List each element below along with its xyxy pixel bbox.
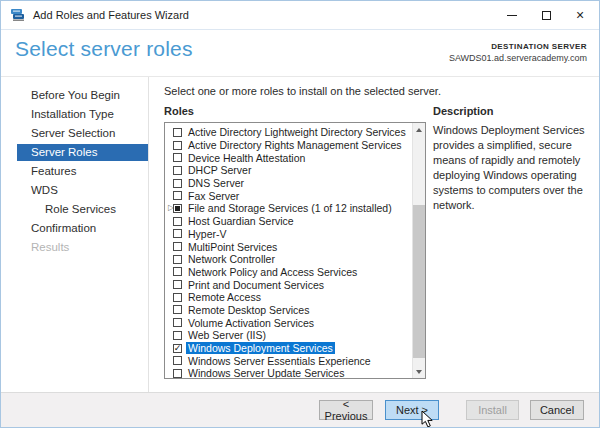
sidebar-nav: Before You BeginInstallation TypeServer …: [1, 77, 149, 394]
title-bar: Add Roles and Features Wizard ×: [1, 1, 599, 30]
role-checkbox-unchecked[interactable]: [173, 331, 182, 340]
role-label: Windows Server Update Services: [186, 367, 346, 378]
role-label: DHCP Server: [186, 164, 253, 176]
role-label: Hyper-V: [186, 228, 229, 240]
roles-rows: Active Directory Lightweight Directory S…: [165, 123, 412, 378]
sidebar-item-before-you-begin[interactable]: Before You Begin: [1, 86, 148, 105]
role-row-windows-server-update-services[interactable]: Windows Server Update Services: [165, 367, 412, 378]
window-title: Add Roles and Features Wizard: [33, 9, 189, 21]
role-label: Remote Access: [186, 291, 263, 303]
role-checkbox-unchecked[interactable]: [173, 217, 182, 226]
roles-scrollbar[interactable]: [412, 123, 425, 378]
scrollbar-thumb[interactable]: [413, 205, 425, 358]
sidebar-item-server-selection[interactable]: Server Selection: [1, 124, 148, 143]
sidebar-item-installation-type[interactable]: Installation Type: [1, 105, 148, 124]
role-checkbox-checked[interactable]: ✓: [173, 344, 182, 353]
role-label: MultiPoint Services: [186, 241, 279, 253]
role-label: Active Directory Lightweight Directory S…: [186, 126, 408, 138]
role-label: Windows Deployment Services: [186, 342, 335, 354]
role-label: Web Server (IIS): [186, 329, 268, 341]
role-row-device-health-attestation[interactable]: Device Health Attestation: [165, 151, 412, 164]
destination-server-label: DESTINATION SERVER: [449, 42, 587, 51]
role-label: Network Policy and Access Services: [186, 266, 359, 278]
scroll-down-icon: [416, 370, 422, 374]
role-checkbox-unchecked[interactable]: [173, 267, 182, 276]
next-button[interactable]: Next >: [385, 400, 439, 420]
role-checkbox-unchecked[interactable]: [173, 153, 182, 162]
role-checkbox-unchecked[interactable]: [173, 369, 182, 378]
role-row-active-directory-lightweight-directory-services[interactable]: Active Directory Lightweight Directory S…: [165, 126, 412, 139]
role-label: DNS Server: [186, 177, 246, 189]
role-label: Fax Server: [186, 190, 241, 202]
role-label: Volume Activation Services: [186, 317, 316, 329]
instruction-text: Select one or more roles to install on t…: [164, 85, 441, 97]
previous-button[interactable]: < Previous: [319, 400, 373, 420]
destination-server-name: SAWDS01.ad.serveracademy.com: [449, 53, 587, 63]
role-label: File and Storage Services (1 of 12 insta…: [186, 202, 394, 214]
close-icon: ×: [576, 8, 584, 22]
role-label: Print and Document Services: [186, 279, 326, 291]
role-row-web-server-iis[interactable]: Web Server (IIS): [165, 329, 412, 342]
role-label: Host Guardian Service: [186, 215, 296, 227]
maximize-icon: [542, 11, 551, 20]
footer-button-bar: < PreviousNext >InstallCancel: [1, 392, 599, 427]
description-column-label: Description: [433, 105, 494, 117]
role-label: Network Controller: [186, 253, 277, 265]
sidebar-item-features[interactable]: Features: [1, 162, 148, 181]
role-checkbox-unchecked[interactable]: [173, 242, 182, 251]
role-checkbox-unchecked[interactable]: [173, 191, 182, 200]
role-row-hyper-v[interactable]: Hyper-V: [165, 228, 412, 241]
role-row-remote-access[interactable]: Remote Access: [165, 291, 412, 304]
role-row-windows-deployment-services[interactable]: ✓Windows Deployment Services: [165, 342, 412, 355]
wizard-icon: [10, 8, 25, 22]
role-checkbox-unchecked[interactable]: [173, 293, 182, 302]
scroll-up-button[interactable]: [413, 123, 425, 136]
role-row-network-policy-and-access-services[interactable]: Network Policy and Access Services: [165, 266, 412, 279]
role-checkbox-partial[interactable]: [173, 204, 182, 213]
role-checkbox-unchecked[interactable]: [173, 356, 182, 365]
role-row-windows-server-essentials-experience[interactable]: Windows Server Essentials Experience: [165, 354, 412, 367]
maximize-button[interactable]: [529, 1, 563, 29]
scroll-up-icon: [416, 128, 422, 132]
install-button: Install: [466, 400, 519, 420]
role-row-volume-activation-services[interactable]: Volume Activation Services: [165, 316, 412, 329]
scroll-down-button[interactable]: [413, 365, 425, 378]
role-label: Remote Desktop Services: [186, 304, 311, 316]
role-checkbox-unchecked[interactable]: [173, 305, 182, 314]
role-row-file-and-storage-services-1-of-12-installed[interactable]: ▷File and Storage Services (1 of 12 inst…: [165, 202, 412, 215]
role-checkbox-unchecked[interactable]: [173, 166, 182, 175]
sidebar-item-confirmation[interactable]: Confirmation: [1, 219, 148, 238]
role-checkbox-unchecked[interactable]: [173, 318, 182, 327]
destination-server-block: DESTINATION SERVER SAWDS01.ad.serveracad…: [449, 42, 587, 63]
sidebar-item-wds[interactable]: WDS: [1, 181, 148, 200]
role-row-remote-desktop-services[interactable]: Remote Desktop Services: [165, 304, 412, 317]
role-checkbox-unchecked[interactable]: [173, 128, 182, 137]
sidebar-item-role-services[interactable]: Role Services: [1, 200, 148, 219]
role-row-active-directory-rights-management-services[interactable]: Active Directory Rights Management Servi…: [165, 139, 412, 152]
cancel-button[interactable]: Cancel: [530, 400, 584, 420]
checkmark-icon: ✓: [174, 344, 182, 352]
role-checkbox-unchecked[interactable]: [173, 229, 182, 238]
role-row-multipoint-services[interactable]: MultiPoint Services: [165, 240, 412, 253]
role-row-dhcp-server[interactable]: DHCP Server: [165, 164, 412, 177]
role-description-text: Windows Deployment Services provides a s…: [433, 123, 590, 213]
role-row-print-and-document-services[interactable]: Print and Document Services: [165, 278, 412, 291]
sidebar-item-results: Results: [1, 238, 148, 257]
role-label: Windows Server Essentials Experience: [186, 355, 373, 367]
role-row-host-guardian-service[interactable]: Host Guardian Service: [165, 215, 412, 228]
minimize-icon: [507, 15, 517, 16]
role-label: Active Directory Rights Management Servi…: [186, 139, 404, 151]
indeterminate-mark: [175, 206, 180, 211]
role-row-fax-server[interactable]: Fax Server: [165, 189, 412, 202]
role-checkbox-unchecked[interactable]: [173, 179, 182, 188]
role-row-network-controller[interactable]: Network Controller: [165, 253, 412, 266]
role-row-dns-server[interactable]: DNS Server: [165, 177, 412, 190]
close-button[interactable]: ×: [563, 1, 597, 29]
role-checkbox-unchecked[interactable]: [173, 255, 182, 264]
role-checkbox-unchecked[interactable]: [173, 141, 182, 150]
role-checkbox-unchecked[interactable]: [173, 280, 182, 289]
sidebar-item-server-roles[interactable]: Server Roles: [17, 144, 148, 161]
role-label: Device Health Attestation: [186, 152, 307, 164]
page-title: Select server roles: [15, 37, 193, 61]
minimize-button[interactable]: [495, 1, 529, 29]
